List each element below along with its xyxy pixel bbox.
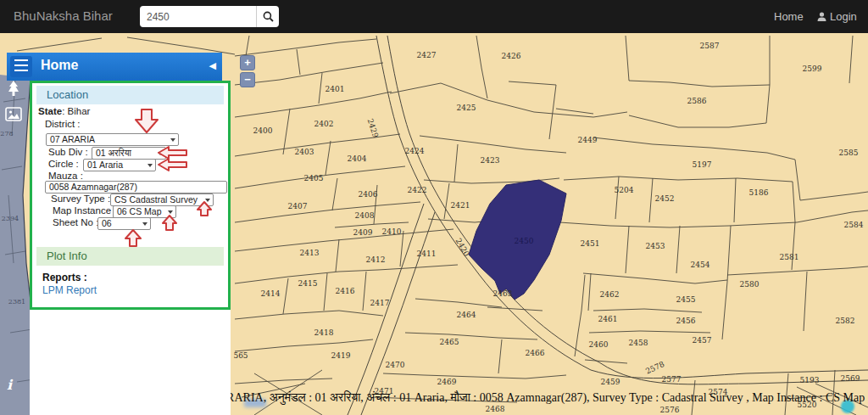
sheet-no-select[interactable]: 06 [97, 217, 151, 230]
plot-number-label: 2453 [646, 242, 665, 250]
subdiv-label: Sub Div : [48, 147, 88, 157]
circle-select[interactable]: 01 Araria [83, 159, 156, 171]
survey-type-select[interactable]: CS Cadastral Survey [110, 193, 214, 206]
plot-number-label: 2464 [457, 311, 476, 319]
sidebar-collapse-icon[interactable]: ◀ [209, 60, 216, 71]
plot-number-label: 2406 [359, 190, 378, 199]
circle-value: 01 Araria [87, 160, 123, 170]
reports-label: Reports : [42, 272, 87, 283]
lpm-report-link[interactable]: LPM Report [42, 284, 97, 296]
plot-number-label: 2581 [780, 253, 799, 261]
plot-number-label: 5204 [615, 186, 634, 194]
search-icon [263, 11, 274, 22]
plot-number-label: 2409 [353, 228, 373, 237]
dropdown-caret-icon [158, 152, 163, 155]
plot-number-label: 2463 [493, 289, 513, 298]
state-value: : Bihar [62, 106, 90, 116]
mauza-select[interactable]: 0058 Azamnagar(287) [45, 181, 227, 193]
plot-number-label: 5186 [749, 188, 769, 197]
sheet-no-label: Sheet No : [53, 217, 98, 227]
plot-number-label: 2400 [253, 126, 273, 135]
plot-number-label: 2576 [660, 406, 680, 414]
subdiv-select[interactable]: 01 अररिया [92, 147, 166, 160]
plot-number-label: 2452 [655, 194, 675, 203]
plot-number-label: 2466 [526, 349, 545, 357]
dropdown-caret-icon [147, 164, 153, 167]
plot-number-label: 2414 [261, 289, 281, 298]
mauza-label: Mauza : [48, 171, 83, 181]
circle-label: Circle : [48, 159, 79, 169]
plot-number-label: 2580 [740, 280, 760, 289]
plot-number-label: 2417 [370, 299, 390, 307]
top-navigation-bar: BhuNaksha Bihar Home Login [0, 0, 868, 33]
state-row: State: Bihar [38, 106, 90, 116]
plot-number-label: 2470 [386, 361, 405, 369]
map-status-bar: ARARIA, अनुमंडल : 01 अररिया, अंचल : 01 A… [218, 391, 868, 405]
map-instance-select[interactable]: 06 CS Map [113, 205, 176, 218]
plot-number-label: 2405 [304, 174, 324, 182]
plot-number-label: 2421 [451, 201, 470, 210]
plot-number-label: 2381 [8, 298, 25, 306]
survey-type-label: Survey Type : [51, 193, 110, 204]
plot-number-label: 2465 [440, 338, 459, 346]
plot-number-label: 5193 [800, 376, 820, 384]
info-icon[interactable]: i [7, 377, 12, 393]
plot-number-label: 2585 [839, 149, 859, 157]
sheet-no-value: 06 [102, 218, 112, 228]
location-section-header: Location [36, 86, 224, 104]
state-label: State [38, 106, 62, 116]
sidebar-header: Home ◀ [7, 53, 222, 81]
plot-search-input[interactable] [140, 6, 256, 27]
plot-number-label: 565 [233, 351, 248, 360]
zoom-out-button[interactable]: − [240, 72, 255, 87]
dropdown-caret-icon [205, 199, 210, 202]
user-icon [816, 11, 827, 22]
plot-number-label: 2599 [803, 64, 822, 73]
zoom-in-button[interactable]: + [240, 55, 255, 70]
dropdown-caret-icon [142, 222, 147, 226]
survey-type-value: CS Cadastral Survey [114, 194, 198, 205]
plot-number-label: 2411 [417, 250, 437, 258]
plot-info-section-header: Plot Info [36, 247, 224, 266]
app-title: BhuNaksha Bihar [14, 8, 113, 23]
plot-number-label: 2460 [589, 340, 609, 349]
plot-number-label: 2418 [314, 328, 334, 337]
plot-number-label: 2461 [598, 315, 618, 323]
plot-number-label: 2415 [298, 279, 318, 288]
district-select[interactable]: 07 ARARIA [46, 133, 179, 146]
map-instance-label: Map Instance : [53, 205, 116, 216]
nav-home-link[interactable]: Home [774, 10, 804, 23]
plot-number-label: 2407 [288, 202, 308, 210]
sidebar-panel: Location State: Bihar District : 07 ARAR… [30, 81, 231, 415]
plot-number-label: 2412 [366, 255, 386, 264]
district-label: District : [45, 119, 81, 129]
plot-number-label: 2426 [502, 52, 521, 60]
subdiv-value: 01 अररिया [96, 148, 131, 158]
dropdown-caret-icon [168, 210, 173, 214]
plot-number-label: 2401 [326, 85, 345, 93]
plot-number-label: 2577 [662, 375, 682, 384]
plot-number-label: 278 [0, 130, 13, 137]
basemap-image-icon[interactable] [5, 107, 22, 125]
layers-tree-icon[interactable] [5, 80, 22, 102]
plot-number-label: 2455 [676, 295, 696, 304]
plot-number-label: 2582 [836, 317, 855, 325]
plot-number-label: 2462 [600, 290, 620, 299]
plot-number-label: 2410 [382, 227, 402, 236]
search-button[interactable] [256, 6, 279, 27]
plot-number-label: 2469 [437, 378, 457, 386]
plot-number-label: 2449 [578, 136, 598, 144]
plot-number-label: 2457 [693, 336, 712, 345]
sidebar-header-title: Home [41, 58, 78, 73]
nav-login-link[interactable]: Login [816, 10, 857, 23]
hamburger-menu-button[interactable] [10, 56, 32, 77]
dropdown-caret-icon [170, 138, 175, 142]
plot-number-label: 2468 [486, 405, 505, 413]
plot-number-label: 2427 [417, 51, 437, 59]
login-label: Login [830, 10, 857, 23]
plot-number-label: 2413 [300, 249, 320, 257]
plot-number-label: 2416 [336, 287, 355, 295]
mauza-value: 0058 Azamnagar(287) [49, 182, 137, 192]
plot-number-label: 2419 [331, 351, 351, 360]
plot-number-label: 2408 [355, 211, 375, 220]
